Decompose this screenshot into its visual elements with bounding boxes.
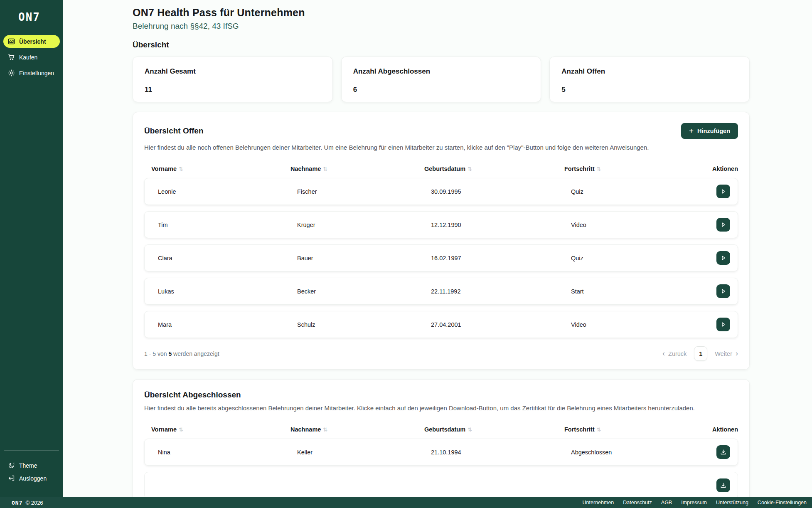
sidebar-item-kaufen[interactable]: Kaufen <box>3 51 60 64</box>
play-icon <box>720 221 727 228</box>
app-shell: ON7 Übersicht <box>0 0 812 497</box>
table-row: Clara Bauer 16.02.1997 Quiz <box>144 244 738 271</box>
footer-logo: ON7 <box>12 500 22 506</box>
download-button[interactable] <box>716 478 730 492</box>
sidebar: ON7 Übersicht <box>0 0 63 497</box>
sidebar-item-label: Einstellungen <box>19 70 54 76</box>
download-icon <box>720 449 727 456</box>
cell-nachname: Schulz <box>297 321 431 328</box>
play-icon <box>720 288 727 295</box>
prev-label: Zurück <box>668 350 687 357</box>
sort-icon: ⇅ <box>468 166 472 172</box>
current-page-button[interactable]: 1 <box>694 346 707 361</box>
footer-link[interactable]: AGB <box>661 500 672 506</box>
sort-icon: ⇅ <box>323 166 327 172</box>
column-label: Vorname <box>151 165 177 172</box>
table-row: Tim Krüger 12.12.1990 Video <box>144 211 738 238</box>
card-description: Hier findest du alle bereits abgeschloss… <box>144 404 738 412</box>
download-icon <box>720 482 727 489</box>
done-overview-card: Übersicht Abgeschlossen Hier findest du … <box>133 379 750 497</box>
sidebar-item-label: Kaufen <box>19 54 37 61</box>
column-label: Nachname <box>290 426 321 433</box>
app-logo: ON7 <box>0 0 63 23</box>
play-button[interactable] <box>716 318 730 331</box>
column-label: Fortschritt <box>564 426 595 433</box>
cell-fortschritt: Quiz <box>571 188 709 195</box>
play-button[interactable] <box>716 284 730 298</box>
cell-nachname: Bauer <box>297 255 431 261</box>
cell-geburtsdatum: 27.04.2001 <box>431 321 571 328</box>
stat-value: 11 <box>145 86 321 94</box>
column-label: Vorname <box>151 426 177 433</box>
footer-link[interactable]: Unternehmen <box>583 500 614 506</box>
pagination-controls: ‹ Zurück 1 Weiter › <box>662 346 738 361</box>
cell-nachname: Krüger <box>297 222 431 228</box>
play-icon <box>720 321 727 328</box>
sidebar-item-einstellungen[interactable]: Einstellungen <box>3 67 60 79</box>
cell-vorname: Mara <box>158 321 297 328</box>
next-button[interactable]: Weiter › <box>715 350 738 357</box>
table-row: Leonie Fischer 30.09.1995 Quiz <box>144 178 738 205</box>
theme-icon <box>7 461 15 469</box>
play-button[interactable] <box>716 218 730 232</box>
table-header: Vorname ⇅ Nachname ⇅ Geburtsdatum ⇅ Fort… <box>144 165 738 172</box>
column-header-vorname[interactable]: Vorname ⇅ <box>151 165 290 172</box>
done-table-rows: Nina Keller 21.10.1994 Abgeschlossen <box>144 439 738 466</box>
sort-icon: ⇅ <box>597 166 601 172</box>
column-header-aktionen: Aktionen <box>713 426 738 433</box>
card-header: Übersicht Offen + Hinzufügen <box>144 123 738 139</box>
sort-icon: ⇅ <box>597 427 601 433</box>
footer-copyright-text: © 2026 <box>25 500 43 506</box>
footer-link[interactable]: Cookie-Einstellungen <box>758 500 807 506</box>
stat-label: Anzahl Abgeschlossen <box>353 67 529 76</box>
table-row: Lukas Becker 22.11.1992 Start <box>144 278 738 305</box>
table-header: Vorname ⇅ Nachname ⇅ Geburtsdatum ⇅ Fort… <box>144 426 738 433</box>
add-button[interactable]: + Hinzufügen <box>681 123 738 139</box>
table-row: Mara Schulz 27.04.2001 Video <box>144 311 738 338</box>
sidebar-item-label: Übersicht <box>19 38 46 45</box>
column-header-fortschritt[interactable]: Fortschritt ⇅ <box>564 165 713 172</box>
cell-geburtsdatum: 16.02.1997 <box>431 255 571 261</box>
column-header-nachname[interactable]: Nachname ⇅ <box>290 165 424 172</box>
section-title: Übersicht <box>133 40 750 49</box>
column-header-geburtsdatum[interactable]: Geburtsdatum ⇅ <box>424 426 564 433</box>
footer: ON7 © 2026 Unternehmen Datenschutz AGB I… <box>0 497 812 508</box>
play-button[interactable] <box>716 251 730 265</box>
cell-vorname: Leonie <box>158 188 297 195</box>
column-header-nachname[interactable]: Nachname ⇅ <box>290 426 424 433</box>
cell-actions <box>709 251 734 265</box>
footer-link[interactable]: Datenschutz <box>623 500 652 506</box>
sidebar-bottom: Theme Ausloggen <box>0 450 63 497</box>
open-table-rows: Leonie Fischer 30.09.1995 Quiz <box>144 178 738 338</box>
play-button[interactable] <box>716 185 730 198</box>
chevron-left-icon: ‹ <box>662 350 665 357</box>
column-header-geburtsdatum[interactable]: Geburtsdatum ⇅ <box>424 165 564 172</box>
prev-button[interactable]: ‹ Zurück <box>662 350 687 357</box>
column-header-vorname[interactable]: Vorname ⇅ <box>151 426 290 433</box>
footer-link[interactable]: Unterstützung <box>716 500 748 506</box>
pagination-info: 1 - 5 von 5 werden angezeigt <box>144 350 219 357</box>
table-row-partial <box>144 472 738 497</box>
download-button[interactable] <box>716 445 730 459</box>
cell-actions <box>709 185 734 198</box>
cell-geburtsdatum: 12.12.1990 <box>431 222 571 228</box>
stat-card: Anzahl Offen 5 <box>549 57 750 102</box>
stat-label: Anzahl Gesamt <box>145 67 321 76</box>
sort-icon: ⇅ <box>323 427 327 433</box>
logout-button[interactable]: Ausloggen <box>3 472 60 485</box>
sidebar-item-uebersicht[interactable]: Übersicht <box>3 35 60 48</box>
pagination-info-count: 5 <box>168 350 172 357</box>
pagination-info-suffix: werden angezeigt <box>172 350 219 357</box>
chevron-right-icon: › <box>736 350 738 357</box>
cell-geburtsdatum: 21.10.1994 <box>431 449 571 456</box>
column-label: Geburtsdatum <box>424 426 465 433</box>
cell-nachname: Becker <box>297 288 431 295</box>
logout-label: Ausloggen <box>19 475 47 482</box>
theme-toggle[interactable]: Theme <box>3 459 60 472</box>
footer-link[interactable]: Impressum <box>681 500 707 506</box>
stat-card: Anzahl Gesamt 11 <box>133 57 333 102</box>
column-header-fortschritt[interactable]: Fortschritt ⇅ <box>564 426 713 433</box>
card-title: Übersicht Offen <box>144 126 204 136</box>
stat-value: 5 <box>561 86 738 94</box>
cell-nachname: Fischer <box>297 188 431 195</box>
